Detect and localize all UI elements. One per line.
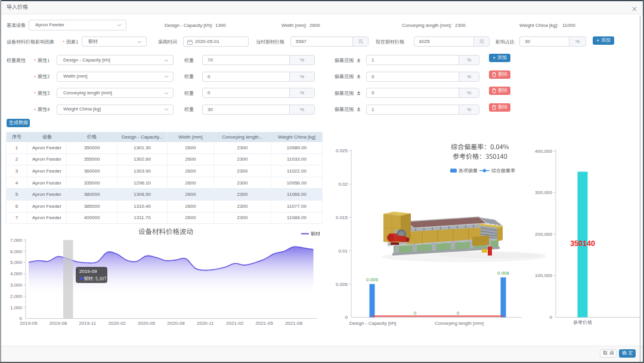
svg-text:2,000: 2,000 [10,294,23,299]
svg-text:0.005: 0.005 [366,277,379,282]
svg-text:2021-08: 2021-08 [285,321,303,326]
svg-text:2019-09: 2019-09 [79,269,97,274]
svg-text:400,000: 400,000 [535,149,552,154]
svg-text:2020-11: 2020-11 [197,321,214,326]
svg-text:0: 0 [457,310,460,316]
svg-text:4,000: 4,000 [10,271,23,276]
svg-text:350140: 350140 [570,239,595,248]
svg-text:2019-08: 2019-08 [49,321,67,326]
svg-text:300,000: 300,000 [535,190,552,195]
svg-text:5,000: 5,000 [10,260,23,265]
svg-text:2020-02: 2020-02 [109,321,126,326]
svg-text:0: 0 [345,315,348,320]
svg-text:7,000: 7,000 [10,238,23,243]
svg-text:2019-11: 2019-11 [79,321,96,326]
svg-text:0: 0 [550,315,553,320]
svg-text:2020-05: 2020-05 [138,321,156,326]
svg-text:0.006: 0.006 [497,270,510,276]
svg-text:0.01: 0.01 [338,248,348,254]
svg-text:2021-05: 2021-05 [256,321,274,326]
svg-text:2020-08: 2020-08 [167,321,185,326]
svg-text:2021-02: 2021-02 [226,321,244,326]
svg-text:0.015: 0.015 [336,215,348,220]
svg-text:3,000: 3,000 [10,282,23,288]
svg-text:1,000: 1,000 [10,305,23,310]
svg-text:0.005: 0.005 [336,282,348,287]
svg-text:100,000: 100,000 [535,273,552,278]
svg-text:Conveying length [mm]: Conveying length [mm] [435,321,484,326]
svg-text:Design - Capacity [t/h]: Design - Capacity [t/h] [349,321,397,326]
svg-text:0: 0 [414,310,417,316]
svg-text:0.025: 0.025 [336,148,348,153]
svg-text:2019-05: 2019-05 [20,321,38,326]
svg-text:0.02: 0.02 [338,182,348,187]
svg-text:6,000: 6,000 [10,249,23,254]
svg-text:200,000: 200,000 [535,232,552,237]
